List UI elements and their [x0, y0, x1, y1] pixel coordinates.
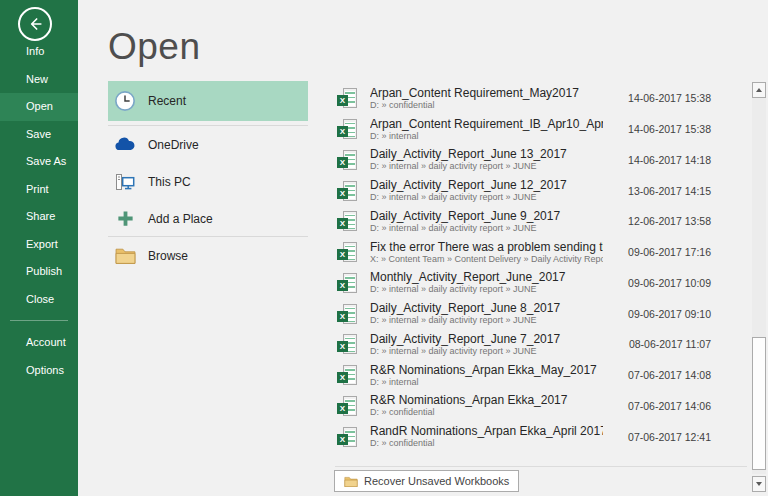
file-name: Arpan_Content Requirement_May2017	[370, 86, 603, 100]
recent-file-row[interactable]: XDaily_Activity_Report_June 13_2017D: » …	[335, 145, 747, 176]
file-text: Daily_Activity_Report_June 9_2017D: » in…	[370, 209, 603, 234]
sidebar-item-new[interactable]: New	[0, 66, 78, 94]
excel-x-glyph: X	[337, 249, 348, 260]
sidebar-item-save-as[interactable]: Save As	[0, 148, 78, 176]
file-text: Monthly_Activity_Report_June_2017D: » in…	[370, 270, 603, 295]
file-text: Arpan_Content Requirement_May2017D: » co…	[370, 86, 603, 111]
sidebar-item-publish[interactable]: Publish	[0, 258, 78, 286]
excel-x-glyph: X	[337, 188, 348, 199]
file-date: 13-06-2017 14:15	[603, 185, 711, 197]
back-arrow-icon	[25, 14, 45, 34]
file-name: RandR Nominations_Arpan Ekka_April 2017	[370, 424, 603, 438]
recover-unsaved-workbooks-button[interactable]: Recover Unsaved Workbooks	[334, 470, 519, 492]
file-date: 07-06-2017 12:41	[603, 431, 711, 443]
excel-x-glyph: X	[337, 311, 348, 322]
file-name: Arpan_Content Requirement_IB_Apr10_Apr20	[370, 117, 603, 131]
file-text: Fix the error There was a problem sendin…	[370, 240, 603, 265]
file-name: Monthly_Activity_Report_June_2017	[370, 270, 603, 284]
file-path: D: » confidential	[370, 407, 603, 418]
file-text: Daily_Activity_Report_June 13_2017D: » i…	[370, 147, 603, 172]
sidebar-item-open[interactable]: Open	[0, 93, 78, 121]
excel-x-glyph: X	[337, 341, 348, 352]
recent-file-row[interactable]: XDaily_Activity_Report_June 9_2017D: » i…	[335, 206, 747, 237]
folder-icon	[344, 476, 358, 487]
places-panel: RecentOneDriveThis PCAdd a PlaceBrowse	[108, 0, 308, 496]
place-item-onedrive[interactable]: OneDrive	[108, 126, 308, 163]
sidebar-item-options[interactable]: Options	[0, 357, 78, 385]
sidebar-item-share[interactable]: Share	[0, 203, 78, 231]
file-text: Daily_Activity_Report_June 7_2017D: » in…	[370, 332, 603, 357]
file-path: D: » internal	[370, 377, 603, 388]
file-text: R&R Nominations_Arpan Ekka_May_2017D: » …	[370, 363, 603, 388]
clock-icon	[114, 90, 136, 112]
recent-file-row[interactable]: XFix the error There was a problem sendi…	[335, 237, 747, 268]
scroll-up-button[interactable]	[752, 82, 766, 98]
file-name: R&R Nominations_Arpan Ekka_2017	[370, 393, 603, 407]
recent-file-row[interactable]: XR&R Nominations_Arpan Ekka_May_2017D: »…	[335, 360, 747, 391]
excel-x-glyph: X	[337, 403, 348, 414]
excel-file-icon: X	[337, 211, 359, 231]
onedrive-cloud-icon	[114, 134, 136, 156]
place-item-label: This PC	[148, 175, 191, 189]
file-path: D: » internal » daily activity report » …	[370, 315, 603, 326]
file-date: 14-06-2017 15:38	[603, 92, 711, 104]
file-date: 14-06-2017 15:38	[603, 123, 711, 135]
file-text: R&R Nominations_Arpan Ekka_2017D: » conf…	[370, 393, 603, 418]
scroll-up-arrow-icon	[756, 88, 762, 92]
recent-file-row[interactable]: XRandR Nominations_Arpan Ekka_April 2017…	[335, 421, 747, 452]
file-date: 09-06-2017 17:16	[603, 246, 711, 258]
excel-x-glyph: X	[337, 218, 348, 229]
excel-x-glyph: X	[337, 126, 348, 137]
scrollbar	[752, 80, 767, 496]
excel-file-icon: X	[337, 88, 359, 108]
file-text: Arpan_Content Requirement_IB_Apr10_Apr20…	[370, 117, 603, 142]
place-item-this-pc[interactable]: This PC	[108, 163, 308, 200]
recent-file-row[interactable]: XArpan_Content Requirement_IB_Apr10_Apr2…	[335, 114, 747, 145]
back-button[interactable]	[18, 7, 52, 41]
file-path: D: » internal » daily activity report » …	[370, 161, 603, 172]
place-item-label: Browse	[148, 249, 188, 263]
file-date: 09-06-2017 10:09	[603, 277, 711, 289]
excel-file-icon: X	[337, 304, 359, 324]
sidebar-item-account[interactable]: Account	[0, 329, 78, 357]
excel-file-icon: X	[337, 334, 359, 354]
recent-file-row[interactable]: XDaily_Activity_Report_June 8_2017D: » i…	[335, 298, 747, 329]
file-path: D: » internal » daily activity report » …	[370, 192, 603, 203]
sidebar-item-close[interactable]: Close	[0, 286, 78, 314]
excel-x-glyph: X	[337, 157, 348, 168]
excel-x-glyph: X	[337, 372, 348, 383]
file-path: D: » internal » daily activity report » …	[370, 223, 603, 234]
file-date: 07-06-2017 14:08	[603, 369, 711, 381]
computer-icon	[114, 171, 136, 193]
file-path: D: » confidential	[370, 100, 603, 111]
file-name: Daily_Activity_Report_June 8_2017	[370, 301, 603, 315]
file-name: Fix the error There was a problem sendin…	[370, 240, 603, 254]
file-name: Daily_Activity_Report_June 13_2017	[370, 147, 603, 161]
sidebar-item-info[interactable]: Info	[0, 38, 78, 66]
place-item-label: OneDrive	[148, 138, 199, 152]
folder-icon	[114, 245, 136, 267]
sidebar-item-save[interactable]: Save	[0, 121, 78, 149]
file-path: D: » internal » daily activity report » …	[370, 346, 603, 357]
recent-file-row[interactable]: XDaily_Activity_Report_June 7_2017D: » i…	[335, 329, 747, 360]
backstage-sidebar: InfoNewOpenSaveSave AsPrintShareExportPu…	[0, 0, 78, 496]
excel-file-icon: X	[337, 273, 359, 293]
recent-file-row[interactable]: XR&R Nominations_Arpan Ekka_2017D: » con…	[335, 391, 747, 422]
file-text: RandR Nominations_Arpan Ekka_April 2017D…	[370, 424, 603, 449]
recent-file-row[interactable]: XMonthly_Activity_Report_June_2017D: » i…	[335, 268, 747, 299]
excel-file-icon: X	[337, 242, 359, 262]
scroll-down-button[interactable]	[752, 476, 766, 492]
recent-file-row[interactable]: XDaily_Activity_Report_June 12_2017D: » …	[335, 175, 747, 206]
sidebar-item-print[interactable]: Print	[0, 176, 78, 204]
place-item-add-a-place[interactable]: Add a Place	[108, 200, 308, 237]
place-item-recent[interactable]: Recent	[108, 81, 308, 121]
excel-file-icon: X	[337, 365, 359, 385]
file-name: R&R Nominations_Arpan Ekka_May_2017	[370, 363, 603, 377]
file-name: Daily_Activity_Report_June 9_2017	[370, 209, 603, 223]
plus-icon	[114, 208, 136, 230]
scroll-thumb[interactable]	[752, 337, 766, 470]
file-date: 08-06-2017 11:07	[603, 338, 711, 350]
recent-file-row[interactable]: XArpan_Content Requirement_May2017D: » c…	[335, 83, 747, 114]
place-item-browse[interactable]: Browse	[108, 237, 308, 274]
sidebar-item-export[interactable]: Export	[0, 231, 78, 259]
